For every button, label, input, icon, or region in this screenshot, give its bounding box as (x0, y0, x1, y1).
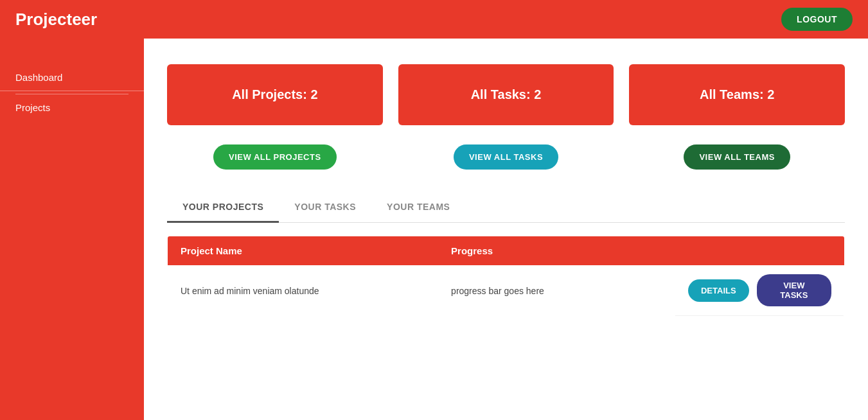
all-tasks-card: All Tasks: 2 (398, 64, 614, 125)
col-actions (675, 236, 845, 266)
sidebar-item-dashboard[interactable]: Dashboard (0, 64, 144, 91)
sidebar: Dashboard Projects (0, 39, 144, 420)
view-all-teams-button[interactable]: VIEW ALL TEAMS (684, 144, 790, 170)
project-name-cell: Ut enim ad minim veniam olatunde (168, 265, 439, 317)
view-all-projects-button[interactable]: VIEW ALL PROJECTS (213, 144, 337, 170)
view-buttons-row: VIEW ALL PROJECTS VIEW ALL TASKS VIEW AL… (167, 144, 845, 170)
actions-cell: DETAILS VIEW TASKS (675, 265, 844, 316)
summary-cards: All Projects: 2 All Tasks: 2 All Teams: … (167, 64, 845, 125)
tab-your-projects[interactable]: YOUR PROJECTS (167, 193, 279, 223)
projects-table: Project Name Progress Ut enim ad minim v… (167, 236, 845, 317)
view-tasks-button[interactable]: VIEW TASKS (757, 274, 831, 306)
view-all-tasks-button[interactable]: VIEW ALL TASKS (454, 144, 558, 170)
sidebar-item-projects[interactable]: Projects (0, 94, 144, 121)
details-button[interactable]: DETAILS (688, 279, 749, 302)
col-project-name: Project Name (168, 236, 439, 266)
table-body: Ut enim ad minim veniam olatunde progres… (168, 265, 845, 317)
col-progress: Progress (438, 236, 675, 266)
progress-cell: progress bar goes here (438, 265, 675, 317)
tabs: YOUR PROJECTS YOUR TASKS YOUR TEAMS (167, 193, 845, 223)
header: Projecteer LOGOUT (0, 0, 868, 39)
layout: Dashboard Projects All Projects: 2 All T… (0, 39, 868, 420)
all-teams-card: All Teams: 2 (629, 64, 845, 125)
table-header: Project Name Progress (168, 236, 845, 266)
tab-your-tasks[interactable]: YOUR TASKS (279, 193, 371, 223)
logout-button[interactable]: LOGOUT (781, 8, 853, 31)
main-content: All Projects: 2 All Tasks: 2 All Teams: … (144, 39, 868, 420)
tab-your-teams[interactable]: YOUR TEAMS (371, 193, 465, 223)
all-projects-card: All Projects: 2 (167, 64, 383, 125)
app-title: Projecteer (15, 10, 97, 30)
table-row: Ut enim ad minim veniam olatunde progres… (168, 265, 845, 317)
